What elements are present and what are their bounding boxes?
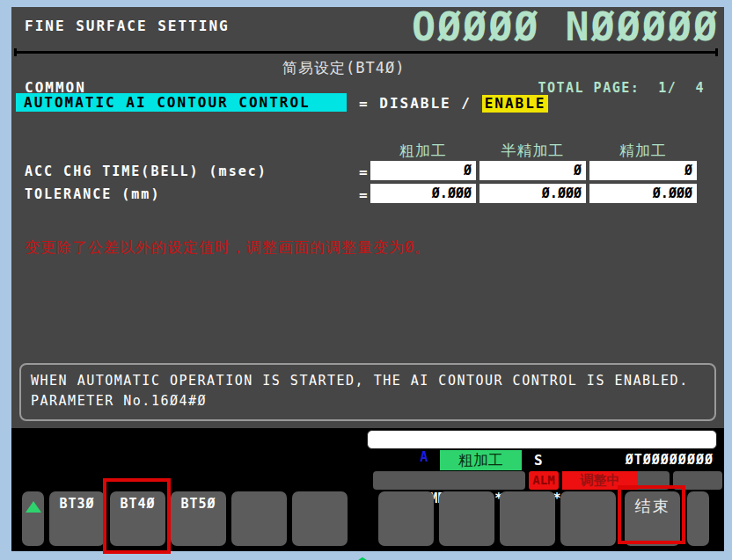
header-divider xyxy=(14,51,718,54)
value-field-tol-rough[interactable]: Ø.ØØØ xyxy=(370,184,476,203)
total-page-indicator: TOTAL PAGE: 1/ 4 xyxy=(538,80,705,96)
machining-mode-badge: 粗加工 xyxy=(440,450,522,470)
annotation-box-bt40 xyxy=(103,478,171,554)
softkey-empty-5[interactable] xyxy=(500,491,555,546)
equals-sign: = xyxy=(359,186,368,203)
value-field-tol-semifinish[interactable]: Ø.ØØØ xyxy=(479,184,586,203)
info-line-2: PARAMETER No.16Ø4#Ø xyxy=(31,391,705,411)
page-title: FINE SURFACE SETTING xyxy=(25,18,230,34)
alarm-badge: ALM xyxy=(529,471,559,490)
column-header-semifinish: 半精加工 xyxy=(479,141,586,161)
column-header-rough: 粗加工 xyxy=(370,141,476,161)
tool-number-readout: ØTØØØØØØØØ xyxy=(626,452,714,468)
softkey-empty-4[interactable] xyxy=(439,491,494,546)
column-header-finish: 精加工 xyxy=(589,141,697,161)
softkey-bt50[interactable]: BT5Ø xyxy=(171,491,226,546)
spindle-label: S xyxy=(534,452,543,469)
softkey-chapter-icon xyxy=(353,556,372,560)
option-enable-selected[interactable]: ENABLE xyxy=(482,95,549,113)
softkey-page-right[interactable] xyxy=(687,491,709,546)
option-separator: / xyxy=(461,95,472,113)
crt-screen: FINE SURFACE SETTING OØØØØ NØØØØØ 简易设定(B… xyxy=(11,7,724,551)
softkey-bt30[interactable]: BT3Ø xyxy=(49,491,105,546)
table-column-headers: 粗加工 半精加工 精加工 xyxy=(11,141,724,162)
annotation-box-end xyxy=(618,485,685,544)
softkey-page-left[interactable] xyxy=(22,491,44,546)
up-triangle-icon xyxy=(26,501,41,513)
warning-message: 变更除了公差以外的设定值时，调整画面的调整量变为Ø。 xyxy=(25,237,430,258)
info-line-1: WHEN AUTOMATIC OPERATION IS STARTED, THE… xyxy=(31,371,705,391)
value-field-acc-finish[interactable]: Ø xyxy=(589,161,697,180)
row-label-tolerance: TOLERANCE (mm) xyxy=(25,186,160,202)
value-field-tol-finish[interactable]: Ø.ØØØ xyxy=(589,184,697,203)
softkey-empty-1[interactable] xyxy=(231,491,287,546)
equals-sign: = xyxy=(359,164,368,180)
command-input-line[interactable]: A>_ xyxy=(367,430,717,449)
help-info-box: WHEN AUTOMATIC OPERATION IS STARTED, THE… xyxy=(19,363,716,421)
setting-row-ai-contour-control[interactable]: AUTOMATIC AI CONTOUR CONTROL xyxy=(16,93,347,112)
divider-tick-left xyxy=(14,48,17,56)
softkey-empty-6[interactable] xyxy=(560,491,616,546)
command-drive-letter: A xyxy=(420,449,428,465)
divider-tick-right xyxy=(715,48,718,56)
program-sequence-number: OØØØØ NØØØØØ xyxy=(412,4,719,50)
setting-value: = DISABLE / ENABLE xyxy=(359,94,548,113)
cnc-screen: { "header": { "title": "FINE SURFACE SET… xyxy=(0,0,732,560)
softkey-empty-3[interactable] xyxy=(378,491,434,546)
value-field-acc-rough[interactable]: Ø xyxy=(370,161,476,180)
subtitle: 简易设定(BT4Ø) xyxy=(282,58,405,78)
equals-sign: = xyxy=(359,95,370,113)
mode-status-pill: MDI**** *** *** xyxy=(373,471,525,490)
softkey-empty-2[interactable] xyxy=(292,491,348,546)
option-disable[interactable]: DISABLE xyxy=(379,95,450,113)
row-label-acc-chg-time: ACC CHG TIME(BELL) (msec) xyxy=(25,164,267,179)
value-field-acc-semifinish[interactable]: Ø xyxy=(479,161,586,180)
